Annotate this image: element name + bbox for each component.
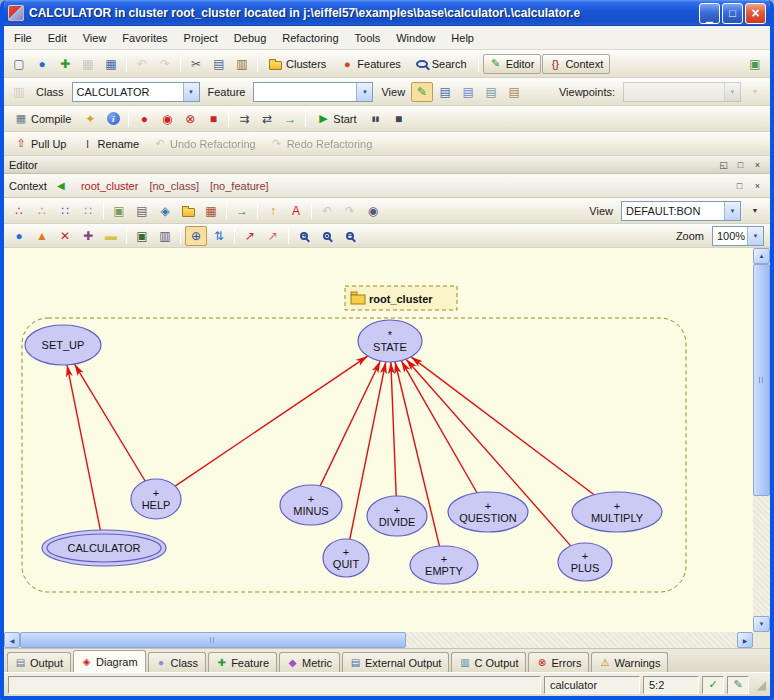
run-debug-icon[interactable]: ● xyxy=(133,109,155,129)
external-commands-icon[interactable]: ▣ xyxy=(744,54,766,74)
anchor-icon[interactable]: ✚ xyxy=(77,226,99,246)
menu-window[interactable]: Window xyxy=(388,28,443,48)
new-cluster-icon[interactable] xyxy=(177,201,199,221)
class-node-CALCULATOR[interactable]: CALCULATOR xyxy=(42,530,166,566)
pull-up-button[interactable]: ⇧Pull Up xyxy=(8,134,73,154)
menu-help[interactable]: Help xyxy=(443,28,482,48)
editor-view-icon[interactable]: ✎ xyxy=(411,82,433,102)
chevron-down-icon[interactable]: ▼ xyxy=(724,202,740,220)
features-button[interactable]: ●Features xyxy=(334,54,407,74)
scroll-up-button[interactable]: ▲ xyxy=(753,248,770,264)
export-image-icon[interactable]: ▣ xyxy=(108,201,130,221)
scroll-down-button[interactable]: ▼ xyxy=(753,616,770,632)
compile-button[interactable]: ▦Compile xyxy=(8,109,78,129)
menu-edit[interactable]: Edit xyxy=(40,28,75,48)
horizontal-scroll-thumb[interactable] xyxy=(20,632,406,648)
horizontal-scroll-track[interactable] xyxy=(20,632,737,648)
history-up-icon[interactable]: ↑ xyxy=(262,201,284,221)
class-node-QUESTION[interactable]: +QUESTION xyxy=(448,492,528,532)
class-node-SET_UP[interactable]: SET_UP xyxy=(25,325,101,365)
tab-warnings[interactable]: ⚠Warnings xyxy=(591,652,668,672)
editor-button[interactable]: ✎Editor xyxy=(483,54,542,74)
close-button[interactable]: × xyxy=(745,3,766,24)
clusters-button[interactable]: Clusters xyxy=(262,54,333,74)
crop-diagram-icon[interactable]: ∷ xyxy=(54,201,76,221)
layout-diagram-icon[interactable]: ◈ xyxy=(154,201,176,221)
snapshot-icon[interactable]: ◉ xyxy=(362,201,384,221)
freeze-icon[interactable]: ✦ xyxy=(79,109,101,129)
search-button[interactable]: Search xyxy=(409,54,474,74)
expand-links-icon[interactable]: ∷ xyxy=(77,201,99,221)
class-relations-icon[interactable]: ∴ xyxy=(8,201,30,221)
project-info-icon[interactable] xyxy=(102,109,124,129)
new-item-icon[interactable]: ✚ xyxy=(54,54,76,74)
tab-feature[interactable]: ✚Feature xyxy=(208,652,277,672)
interface-view-icon[interactable]: ▤ xyxy=(480,82,502,102)
tab-class[interactable]: ●Class xyxy=(148,652,207,672)
show-client-links-icon[interactable]: ↗ xyxy=(239,226,261,246)
menu-favorites[interactable]: Favorites xyxy=(114,28,175,48)
inheritance-arrow-MINUS-STATE[interactable] xyxy=(320,361,380,486)
context-cluster[interactable]: root_cluster xyxy=(81,180,138,192)
zoom-out-icon[interactable] xyxy=(339,226,361,246)
start-button[interactable]: ▶Start xyxy=(310,109,363,129)
menu-refactoring[interactable]: Refactoring xyxy=(274,28,346,48)
zoom-fit-icon[interactable] xyxy=(316,226,338,246)
resize-grip[interactable]: ◢ xyxy=(752,678,766,692)
diagram-view-combo[interactable]: DEFAULT:BON▼ xyxy=(621,201,741,221)
menu-tools[interactable]: Tools xyxy=(347,28,389,48)
diagram-canvas[interactable]: root_clusterSET_UP*STATE+HELPCALCULATOR+… xyxy=(4,248,753,632)
vertical-scroll-track[interactable] xyxy=(753,264,770,616)
breakpoints-icon[interactable]: ■ xyxy=(202,109,224,129)
class-node-EMPTY[interactable]: +EMPTY xyxy=(410,546,478,584)
inheritance-arrow-HELP-STATE[interactable] xyxy=(175,356,368,486)
menu-view[interactable]: View xyxy=(75,28,115,48)
copy-icon[interactable]: ▤ xyxy=(208,54,230,74)
horizontal-scrollbar[interactable]: ◀ ▶ xyxy=(4,632,753,648)
center-diagram-icon[interactable]: ⊕ xyxy=(185,226,207,246)
chevron-down-icon[interactable]: ▼ xyxy=(356,83,372,101)
tab-metric[interactable]: ◆Metric xyxy=(279,652,340,672)
tab-c-output[interactable]: ▥C Output xyxy=(451,652,526,672)
inheritance-arrow-DIVIDE-STATE[interactable] xyxy=(391,362,396,496)
toggle-quality-icon[interactable]: ▥ xyxy=(154,226,176,246)
scroll-right-button[interactable]: ▶ xyxy=(737,632,753,648)
relayout-icon[interactable]: → xyxy=(231,201,253,221)
print-diagram-icon[interactable]: ▤ xyxy=(131,201,153,221)
force-layout-icon[interactable]: ▦ xyxy=(200,201,222,221)
scroll-left-button[interactable]: ◀ xyxy=(4,632,20,648)
step-into-icon[interactable]: ⇄ xyxy=(256,109,278,129)
delete-icon[interactable]: ✕ xyxy=(54,226,76,246)
client-supplier-link-icon[interactable]: ● xyxy=(8,226,30,246)
chevron-down-icon[interactable]: ▼ xyxy=(747,227,763,245)
maximize-pane-button[interactable]: □ xyxy=(733,158,748,172)
inheritance-arrow-CALCULATOR-SET_UP[interactable] xyxy=(67,365,100,530)
stop-icon[interactable]: ■ xyxy=(388,109,410,129)
feature-combo[interactable]: ▼ xyxy=(253,82,373,102)
zoom-in-icon[interactable] xyxy=(293,226,315,246)
tab-external-output[interactable]: ▤External Output xyxy=(342,652,449,672)
class-combo[interactable]: CALCULATOR▼ xyxy=(72,82,200,102)
show-inheritance-links-icon[interactable]: ↗ xyxy=(262,226,284,246)
tab-output[interactable]: ▤Output xyxy=(7,652,71,672)
inheritance-arrow-HELP-SET_UP[interactable] xyxy=(75,364,146,481)
class-node-QUIT[interactable]: +QUIT xyxy=(323,539,369,577)
cluster-relations-icon[interactable]: ∴ xyxy=(31,201,53,221)
fit-to-screen-icon[interactable]: ▣ xyxy=(131,226,153,246)
undock-pane-button[interactable]: ◱ xyxy=(716,158,731,172)
class-node-DIVIDE[interactable]: +DIVIDE xyxy=(367,496,427,536)
class-node-HELP[interactable]: +HELP xyxy=(131,479,181,519)
title-bar[interactable]: CALCULATOR in cluster root_cluster locat… xyxy=(4,0,770,26)
chevron-down-icon[interactable]: ▼ xyxy=(183,83,199,101)
maximize-button[interactable]: □ xyxy=(722,3,743,24)
context-button[interactable]: {}Context xyxy=(542,54,610,74)
rename-button[interactable]: IRename xyxy=(74,134,146,154)
menu-project[interactable]: Project xyxy=(176,28,226,48)
zoom-combo[interactable]: 100%▼ xyxy=(712,226,764,246)
menu-file[interactable]: File xyxy=(6,28,40,48)
new-window-icon[interactable]: ▢ xyxy=(8,54,30,74)
history-back-icon[interactable]: ◀ xyxy=(50,176,72,196)
stop-debug-icon[interactable]: ⊗ xyxy=(179,109,201,129)
paste-icon[interactable]: ▥ xyxy=(231,54,253,74)
step-over-icon[interactable]: ⇉ xyxy=(233,109,255,129)
